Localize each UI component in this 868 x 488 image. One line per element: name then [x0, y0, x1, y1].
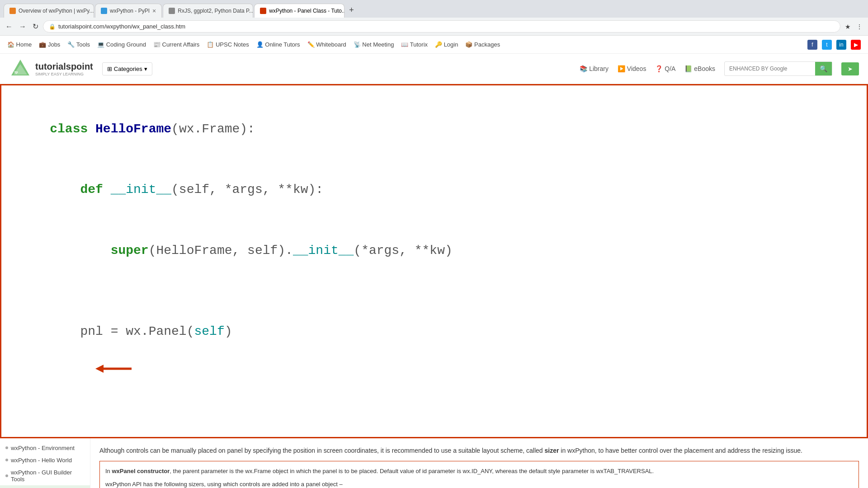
sidebar-label: wxPython - GUI Builder Tools — [11, 469, 85, 483]
code-super-keyword: super — [50, 244, 148, 258]
nav-coding-ground[interactable]: 💻 Coding Ground — [97, 41, 146, 48]
forward-button[interactable]: → — [17, 21, 28, 33]
nav-current-affairs[interactable]: 📰 Current Affairs — [153, 41, 199, 48]
sidebar-dot — [5, 474, 8, 477]
videos-link[interactable]: ▶️ Videos — [618, 65, 646, 72]
logo-bar-right: 📚 Library ▶️ Videos ❓ Q/A 📗 eBooks 🔍 ➤ — [580, 61, 859, 76]
social-icons: f t in ▶ — [807, 40, 861, 50]
code-line-4 — [19, 281, 849, 301]
code-self-keyword: self — [194, 324, 224, 338]
browser-chrome: Overview of wxPython | wxPy... × wxPytho… — [0, 0, 868, 36]
settings-button[interactable]: ⋮ — [854, 21, 864, 32]
categories-button[interactable]: ⊞ Categories ▾ — [102, 62, 152, 75]
url-text: tutorialspoint.com/wxpython/wx_panel_cla… — [58, 23, 185, 30]
content-paragraph: Although controls can be manually placed… — [99, 446, 859, 455]
back-button[interactable]: ← — [4, 21, 14, 33]
sidebar-dot — [5, 459, 8, 461]
logo[interactable]: tp tutorialspoint SIMPLY EASY LEARNING — [9, 57, 93, 80]
nav-login[interactable]: 🔑 Login — [435, 41, 458, 48]
nav-netmeeting[interactable]: 📡 Net Meeting — [354, 41, 394, 48]
tab-2-close[interactable]: × — [152, 7, 156, 14]
nav-whiteboard[interactable]: ✏️ Whiteboard — [307, 41, 346, 48]
twitter-icon[interactable]: t — [822, 40, 832, 50]
bookmark-button[interactable]: ★ — [843, 21, 853, 32]
youtube-icon[interactable]: ▶ — [851, 40, 861, 50]
search-input[interactable] — [725, 63, 815, 75]
library-link[interactable]: 📚 Library — [580, 65, 609, 72]
highlight-text-1: In wxPanel constructor, the parent param… — [105, 467, 853, 476]
tab-3-favicon — [169, 8, 175, 14]
search-box: 🔍 — [724, 61, 832, 76]
tab-4-favicon — [260, 8, 266, 14]
url-bar[interactable]: 🔒 tutorialspoint.com/wxpython/wx_panel_c… — [43, 20, 840, 33]
tab-4-title: wxPython - Panel Class - Tuto... — [269, 8, 344, 14]
code-line-3: super(HelloFrame, self).__init__(*args, … — [19, 221, 849, 281]
code-line-1: class HelloFrame(wx.Frame): — [19, 99, 849, 160]
tab-bar: Overview of wxPython | wxPy... × wxPytho… — [0, 0, 868, 18]
code-super-args1: (HelloFrame, self). — [149, 244, 293, 258]
nav-tutorix[interactable]: 📖 Tutorix — [401, 41, 428, 48]
address-bar: ← → ↻ 🔒 tutorialspoint.com/wxpython/wx_p… — [0, 18, 868, 35]
tab-1[interactable]: Overview of wxPython | wxPy... × — [4, 4, 94, 18]
tab-3[interactable]: RxJS, ggplot2, Python Data P... × — [163, 4, 253, 18]
arrow-svg — [95, 362, 132, 375]
tab-1-favicon — [9, 8, 16, 14]
content-area: Although controls can be manually placed… — [90, 438, 868, 488]
browser-actions: ★ ⋮ — [843, 21, 864, 32]
tab-2[interactable]: wxPython - PyPI × — [95, 4, 162, 18]
nav-jobs[interactable]: 💼 Jobs — [39, 41, 60, 48]
code-overlay: class HelloFrame(wx.Frame): def __init__… — [0, 84, 868, 438]
top-nav: 🏠 Home 💼 Jobs 🔧 Tools 💻 Coding Ground 📰 … — [0, 36, 868, 54]
code-class-keyword: class — [50, 122, 95, 136]
code-class-name: HelloFrame — [95, 122, 171, 136]
code-def-keyword: def — [50, 183, 110, 197]
red-arrow-icon — [50, 342, 132, 403]
new-tab-button[interactable]: + — [345, 3, 358, 18]
code-super-args2: (*args, **kw) — [354, 244, 452, 258]
facebook-icon[interactable]: f — [807, 40, 817, 50]
logo-tagline: SIMPLY EASY LEARNING — [35, 72, 93, 76]
sidebar-item-environment[interactable]: wxPython - Environment — [0, 442, 90, 454]
qa-link[interactable]: ❓ Q/A — [655, 65, 675, 72]
code-pnl-assign: pnl = wx.Panel( — [50, 324, 194, 338]
categories-icon: ⊞ — [107, 66, 112, 72]
tab-3-title: RxJS, ggplot2, Python Data P... — [178, 8, 253, 14]
sidebar-item-gui-builder[interactable]: wxPython - GUI Builder Tools — [0, 466, 90, 485]
sidebar-item-hello-world[interactable]: wxPython - Hello World — [0, 454, 90, 466]
nav-packages[interactable]: 📦 Packages — [465, 41, 500, 48]
main-layout: wxPython - Environment wxPython - Hello … — [0, 438, 868, 488]
sidebar: wxPython - Environment wxPython - Hello … — [0, 438, 90, 488]
sidebar-label: wxPython - Environment — [11, 445, 75, 451]
nav-tools[interactable]: 🔧 Tools — [67, 41, 90, 48]
nav-home[interactable]: 🏠 Home — [7, 41, 32, 48]
sidebar-dot — [5, 446, 8, 449]
categories-label: Categories — [114, 66, 142, 72]
logo-name: tutorialspoint — [35, 61, 93, 71]
tab-2-title: wxPython - PyPI — [110, 8, 150, 14]
code-line-2: def __init__(self, *args, **kw): — [19, 160, 849, 220]
sidebar-label: wxPython - Hello World — [11, 457, 72, 464]
highlight-text-2: wxPython API has the following sizers, u… — [105, 480, 853, 488]
logo-bar: tp tutorialspoint SIMPLY EASY LEARNING ⊞… — [0, 54, 868, 84]
svg-marker-4 — [95, 365, 104, 373]
logo-svg: tp — [9, 57, 32, 80]
nav-tutors[interactable]: 👤 Online Tutors — [256, 41, 300, 48]
reload-button[interactable]: ↻ — [31, 20, 40, 33]
tab-4[interactable]: wxPython - Panel Class - Tuto... × — [254, 4, 344, 18]
tab-2-favicon — [101, 8, 107, 14]
highlight-box: In wxPanel constructor, the parent param… — [99, 461, 859, 488]
go-button[interactable]: ➤ — [841, 62, 859, 75]
content-body: Although controls can be manually placed… — [90, 438, 868, 488]
code-line-5: pnl = wx.Panel(self) — [19, 301, 849, 423]
code-init-method: __init__ — [111, 183, 171, 197]
code-pnl-close: ) — [225, 324, 232, 338]
ebooks-link[interactable]: 📗 eBooks — [684, 65, 715, 72]
code-super-init: __init__ — [293, 244, 354, 258]
code-class-args: (wx.Frame): — [171, 122, 255, 136]
search-button[interactable]: 🔍 — [815, 62, 832, 75]
lock-icon: 🔒 — [49, 23, 56, 30]
code-init-args: (self, *args, **kw): — [171, 183, 323, 197]
nav-upsc[interactable]: 📋 UPSC Notes — [207, 41, 249, 48]
linkedin-icon[interactable]: in — [836, 40, 846, 50]
sidebar-item-major-classes[interactable]: wxPython - Major Classes — [0, 485, 90, 488]
